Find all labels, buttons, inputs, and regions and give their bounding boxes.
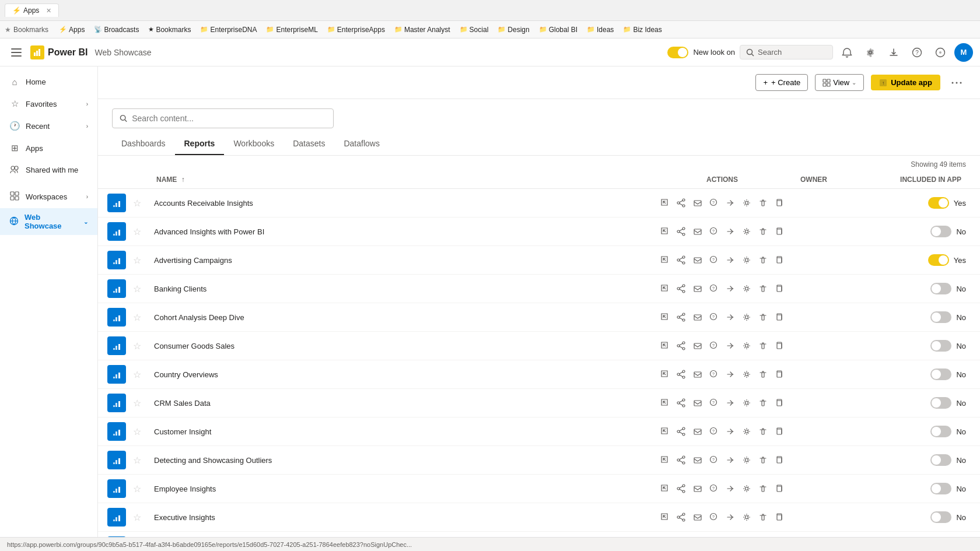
export-icon[interactable] (723, 196, 737, 210)
row-star-cell[interactable]: ☆ (131, 246, 149, 275)
export-icon[interactable] (723, 339, 737, 353)
subscribe-icon[interactable] (691, 367, 705, 381)
settings-button[interactable] (861, 43, 880, 62)
tab-workbooks[interactable]: Workbooks (224, 133, 284, 155)
copy-icon[interactable] (772, 396, 786, 410)
sidebar-item-web-showcase[interactable]: Web Showcase ⌄ (0, 208, 97, 235)
copy-icon[interactable] (772, 282, 786, 296)
share-icon[interactable] (674, 310, 688, 324)
row-included-cell[interactable]: No (887, 332, 980, 360)
row-star-cell[interactable]: ☆ (131, 503, 149, 532)
subscribe-icon[interactable] (691, 510, 705, 524)
row-included-cell[interactable]: No (887, 275, 980, 303)
row-actions-cell[interactable]: ? (651, 446, 793, 475)
row-name-cell[interactable]: Customer Insight (149, 417, 651, 446)
subscribe-icon[interactable] (691, 224, 705, 238)
row-included-cell[interactable]: No (887, 446, 980, 475)
share-icon[interactable] (674, 510, 688, 524)
export-icon[interactable] (723, 424, 737, 438)
row-star-cell[interactable]: ☆ (131, 446, 149, 475)
open-report-icon[interactable] (658, 224, 672, 238)
tab-dataflows[interactable]: Dataflows (334, 133, 388, 155)
subscribe-icon[interactable] (691, 482, 705, 496)
export-icon[interactable] (723, 482, 737, 496)
delete-icon[interactable] (756, 482, 770, 496)
row-name-cell[interactable]: Banking Clients (149, 275, 651, 303)
share-icon[interactable] (674, 196, 688, 210)
row-actions-cell[interactable]: ? (651, 532, 793, 538)
export-icon[interactable] (723, 282, 737, 296)
bookmark-master-analyst[interactable]: 📁 Master Analyst (391, 24, 454, 35)
included-toggle[interactable] (930, 226, 951, 237)
share-icon[interactable] (674, 396, 688, 410)
tab-close-icon[interactable]: ✕ (46, 7, 51, 15)
open-report-icon[interactable] (658, 253, 672, 267)
open-report-icon[interactable] (658, 510, 672, 524)
row-included-cell[interactable]: No (887, 417, 980, 446)
create-button[interactable]: + + Create (755, 74, 808, 91)
help-button[interactable]: ? (908, 43, 926, 62)
included-toggle[interactable] (928, 197, 949, 209)
delete-icon[interactable] (756, 396, 770, 410)
delete-icon[interactable] (756, 224, 770, 238)
settings-icon[interactable] (740, 510, 754, 524)
qa-icon[interactable]: ? (707, 396, 721, 410)
row-actions-cell[interactable]: ? (651, 275, 793, 303)
included-toggle[interactable] (930, 511, 951, 523)
delete-icon[interactable] (756, 453, 770, 467)
delete-icon[interactable] (756, 310, 770, 324)
copy-icon[interactable] (772, 253, 786, 267)
favorite-star-icon[interactable]: ☆ (133, 427, 141, 437)
bookmark-apps[interactable]: ⚡ Apps (55, 24, 88, 35)
qa-icon[interactable]: ? (707, 224, 721, 238)
workspace-name[interactable]: Web Showcase (94, 48, 151, 57)
included-toggle[interactable] (930, 426, 951, 437)
row-included-cell[interactable]: No (887, 360, 980, 389)
qa-icon[interactable]: ? (707, 510, 721, 524)
new-look-toggle-switch[interactable] (667, 47, 688, 58)
row-included-cell[interactable]: Yes (887, 532, 980, 538)
subscribe-icon[interactable] (691, 339, 705, 353)
favorite-star-icon[interactable]: ☆ (133, 255, 141, 265)
bookmark-social[interactable]: 📁 Social (456, 24, 492, 35)
qa-icon[interactable]: ? (707, 310, 721, 324)
delete-icon[interactable] (756, 253, 770, 267)
row-star-cell[interactable]: ☆ (131, 332, 149, 360)
share-icon[interactable] (674, 367, 688, 381)
bookmark-bookmarks[interactable]: ★ Bookmarks (145, 24, 194, 35)
more-options-button[interactable] (947, 73, 966, 92)
subscribe-icon[interactable] (691, 253, 705, 267)
included-toggle[interactable] (928, 254, 949, 266)
row-included-cell[interactable]: No (887, 389, 980, 417)
row-star-cell[interactable]: ☆ (131, 360, 149, 389)
delete-icon[interactable] (756, 196, 770, 210)
sidebar-item-workspaces[interactable]: Workspaces › (0, 185, 97, 208)
row-star-cell[interactable]: ☆ (131, 189, 149, 217)
open-report-icon[interactable] (658, 453, 672, 467)
subscribe-icon[interactable] (691, 396, 705, 410)
open-report-icon[interactable] (658, 424, 672, 438)
row-name-cell[interactable]: Advanced Insights with Power BI (149, 217, 651, 246)
row-actions-cell[interactable]: ? (651, 475, 793, 503)
included-toggle[interactable] (930, 311, 951, 323)
export-icon[interactable] (723, 510, 737, 524)
bookmark-enterpriseapps[interactable]: 📁 EnterpriseApps (324, 24, 388, 35)
copy-icon[interactable] (772, 310, 786, 324)
export-icon[interactable] (723, 310, 737, 324)
share-icon[interactable] (674, 424, 688, 438)
row-name-cell[interactable]: Consumer Goods Sales (149, 332, 651, 360)
row-name-cell[interactable]: CRM Sales Data (149, 389, 651, 417)
qa-icon[interactable]: ? (707, 282, 721, 296)
open-report-icon[interactable] (658, 196, 672, 210)
settings-icon[interactable] (740, 224, 754, 238)
row-actions-cell[interactable]: ? (651, 303, 793, 332)
export-icon[interactable] (723, 396, 737, 410)
notification-button[interactable] (838, 43, 856, 62)
row-name-cell[interactable]: Cohort Analysis Deep Dive (149, 303, 651, 332)
qa-icon[interactable]: ? (707, 424, 721, 438)
row-star-cell[interactable]: ☆ (131, 417, 149, 446)
account-button[interactable]: M (954, 43, 973, 62)
favorite-star-icon[interactable]: ☆ (133, 341, 141, 351)
open-report-icon[interactable] (658, 310, 672, 324)
favorite-star-icon[interactable]: ☆ (133, 513, 141, 522)
